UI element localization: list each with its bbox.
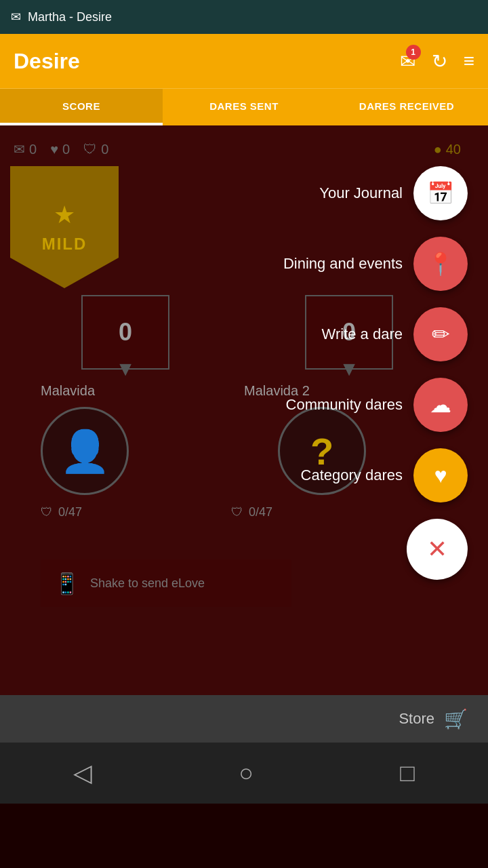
fab-item-write-dare: Write a dare ✏ [322, 307, 468, 361]
fab-label-journal: Your Journal [319, 184, 403, 202]
fab-item-category-dares: Category dares ♥ [301, 448, 468, 502]
fab-label-dining: Dining and events [283, 255, 403, 273]
main-content: ✉ 0 ♥ 0 🛡 0 ● 40 ★ MILD 0 ▼ 0 ▼ [0, 125, 488, 804]
person-icon: 👤 [60, 427, 110, 475]
recent-button[interactable]: □ [400, 759, 415, 787]
fab-btn-category-dares[interactable]: ♥ [413, 448, 468, 502]
shake-section: 📱 Shake to send eLove [41, 559, 291, 607]
tab-dares-sent[interactable]: DARES SENT [163, 89, 325, 125]
shield-icon: 🛡 [83, 142, 97, 157]
mild-text: MILD [42, 235, 87, 254]
store-bar: Store 🛒 [0, 695, 488, 743]
status-bar: ✉ Martha - Desire [0, 0, 488, 34]
fab-label-write-dare: Write a dare [322, 326, 403, 343]
fab-btn-close[interactable]: ✕ [407, 519, 468, 580]
tab-score[interactable]: SCORE [0, 89, 163, 125]
fab-item-close: ✕ [407, 519, 468, 580]
message-icon: ✉ [14, 141, 25, 157]
shake-icon: 📱 [54, 572, 79, 595]
mild-icon: ★ [54, 201, 75, 229]
tab-score-label: SCORE [62, 100, 100, 112]
pencil-icon: ✏ [432, 321, 450, 347]
heart-icon: ♥ [50, 142, 58, 157]
menu-icon: ≡ [464, 50, 474, 71]
coin-stat: ● 40 [434, 142, 461, 157]
heart-count: 0 [62, 142, 70, 157]
chat-button[interactable]: ✉ 1 [400, 50, 415, 73]
status-bar-title: Martha - Desire [28, 10, 112, 24]
shake-text: Shake to send eLove [90, 576, 205, 591]
tab-dares-sent-label: DARES SENT [209, 100, 279, 112]
cart-icon[interactable]: 🛒 [444, 708, 468, 730]
recent-icon: □ [400, 759, 415, 787]
shield-count-p1: 0/47 [58, 505, 82, 519]
nav-bar: ◁ ○ □ [0, 743, 488, 804]
score-box-p1: 0 ▼ [81, 295, 169, 370]
store-label: Store [399, 710, 434, 728]
home-icon: ○ [239, 759, 253, 787]
fab-label-category-dares: Category dares [301, 467, 403, 484]
fab-label-community-dares: Community dares [286, 396, 403, 414]
tab-dares-received-label: DARES RECEIVED [359, 100, 454, 112]
shield-count: 0 [101, 142, 108, 157]
refresh-button[interactable]: ↻ [432, 50, 447, 73]
fab-menu: Your Journal 📅 Dining and events 📍 Write… [283, 166, 468, 580]
tabs-bar: SCORE DARES SENT DARES RECEIVED [0, 88, 488, 125]
mild-badge-section: ★ MILD [0, 166, 129, 288]
home-button[interactable]: ○ [239, 759, 253, 787]
refresh-icon: ↻ [432, 51, 447, 72]
heart-stat: ♥ 0 [50, 142, 70, 157]
app-header: Desire ✉ 1 ↻ ≡ [0, 34, 488, 88]
close-icon: ✕ [427, 535, 447, 564]
calendar-icon: 📅 [427, 180, 454, 206]
location-icon: 📍 [427, 251, 454, 277]
fab-item-community-dares: Community dares ☁ [286, 378, 468, 432]
heart-icon: ♥ [434, 463, 447, 488]
shield-icon-p2: 🛡 [231, 505, 243, 519]
avatar-p1: 👤 [41, 407, 129, 495]
back-button[interactable]: ◁ [73, 759, 92, 787]
shield-icon-p1: 🛡 [41, 505, 53, 519]
coin-count: 40 [446, 142, 461, 157]
back-icon: ◁ [73, 759, 92, 787]
player1-name: Malavida [41, 383, 95, 399]
shield-stat-p1: 🛡 0/47 [41, 505, 82, 519]
coin-icon: ● [434, 142, 442, 157]
score-value-p1: 0 [119, 318, 132, 347]
shield-stat-p2: 🛡 0/47 [231, 505, 272, 519]
header-icons: ✉ 1 ↻ ≡ [400, 50, 474, 73]
fab-btn-journal[interactable]: 📅 [413, 166, 468, 220]
message-count: 0 [29, 142, 37, 157]
shield-stat: 🛡 0 [83, 142, 108, 157]
cloud-icon: ☁ [430, 392, 451, 418]
fab-item-dining: Dining and events 📍 [283, 237, 468, 291]
email-status-icon: ✉ [11, 9, 21, 24]
notification-badge: 1 [406, 45, 421, 60]
fab-btn-dining[interactable]: 📍 [413, 237, 468, 291]
shield-count-p2: 0/47 [249, 505, 272, 519]
tab-dares-received[interactable]: DARES RECEIVED [325, 89, 488, 125]
menu-button[interactable]: ≡ [464, 50, 474, 72]
fab-btn-community-dares[interactable]: ☁ [413, 378, 468, 432]
message-stat: ✉ 0 [14, 141, 37, 157]
score-arrow-p1: ▼ [115, 357, 136, 380]
fab-btn-write-dare[interactable]: ✏ [413, 307, 468, 361]
shield-stats: 🛡 0/47 🛡 0/47 [41, 505, 272, 519]
mild-badge: ★ MILD [10, 166, 119, 288]
fab-item-journal: Your Journal 📅 [319, 166, 468, 220]
app-title: Desire [14, 49, 80, 74]
